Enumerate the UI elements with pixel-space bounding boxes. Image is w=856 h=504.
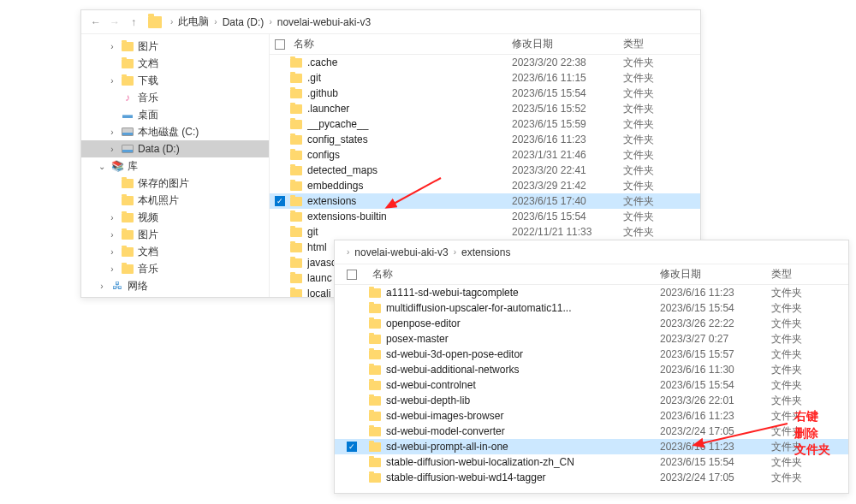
folder-icon bbox=[369, 427, 383, 436]
tree-item[interactable]: ›文档 bbox=[81, 243, 269, 260]
tree-item-label: 桌面 bbox=[138, 108, 158, 122]
file-row[interactable]: sd-webui-controlnet2023/6/15 15:54文件夹 bbox=[335, 377, 848, 393]
file-row[interactable]: sd-webui-3d-open-pose-editor2023/6/15 15… bbox=[335, 347, 848, 362]
folder-icon bbox=[369, 365, 383, 375]
chevron-icon[interactable]: › bbox=[97, 282, 107, 291]
file-date: 2023/6/15 15:54 bbox=[660, 379, 771, 391]
annotation-text: 右键 删除 文件夹 bbox=[794, 408, 830, 459]
file-name: extensions-builtin bbox=[307, 210, 512, 222]
folder-icon bbox=[369, 442, 383, 452]
tree-item[interactable]: ›本地磁盘 (C:) bbox=[81, 123, 269, 140]
folder-icon bbox=[369, 288, 383, 298]
file-row[interactable]: embeddings2023/3/29 21:42文件夹 bbox=[270, 178, 700, 193]
tree-item[interactable]: 文档 bbox=[81, 55, 269, 72]
file-row[interactable]: sd-webui-depth-lib2023/3/26 22:01文件夹 bbox=[335, 393, 848, 408]
file-row[interactable]: .git2023/6/16 11:15文件夹 bbox=[270, 70, 700, 86]
file-row[interactable]: .github2023/6/15 15:54文件夹 bbox=[270, 86, 700, 101]
chevron-icon[interactable]: › bbox=[107, 213, 117, 222]
nav-forward-button[interactable]: → bbox=[105, 13, 124, 32]
file-name: sd-webui-model-converter bbox=[386, 425, 660, 437]
nav-back-button[interactable]: ← bbox=[86, 13, 105, 32]
file-row[interactable]: extensions-builtin2023/6/15 15:54文件夹 bbox=[270, 209, 700, 224]
folder-icon bbox=[369, 350, 383, 359]
tree-item[interactable]: ›视频 bbox=[81, 209, 269, 226]
file-row[interactable]: configs2023/1/31 21:46文件夹 bbox=[270, 147, 700, 163]
file-name: stable-diffusion-webui-wd14-tagger bbox=[386, 471, 660, 483]
tree-item[interactable]: ›Data (D:) bbox=[81, 140, 269, 157]
folder-icon bbox=[369, 458, 383, 467]
row-checkbox[interactable]: ✓ bbox=[347, 442, 357, 452]
file-row[interactable]: .launcher2023/5/16 15:52文件夹 bbox=[270, 101, 700, 116]
column-header-name[interactable]: 名称 bbox=[369, 267, 660, 282]
file-row[interactable]: __pycache__2023/6/15 15:59文件夹 bbox=[270, 116, 700, 132]
breadcrumb-item[interactable]: novelai-webui-aki-v3 bbox=[276, 16, 372, 28]
row-checkbox[interactable]: ✓ bbox=[275, 196, 285, 206]
chevron-icon[interactable]: › bbox=[107, 247, 117, 257]
tree-item[interactable]: ⌄📚库 bbox=[81, 157, 269, 175]
file-row[interactable]: sd-webui-model-converter2023/2/24 17:05文… bbox=[335, 424, 848, 439]
file-type: 文件夹 bbox=[771, 347, 848, 362]
file-row[interactable]: detected_maps2023/3/20 22:41文件夹 bbox=[270, 163, 700, 178]
column-header-date[interactable]: 修改日期 bbox=[512, 37, 623, 51]
nav-up-button[interactable]: ↑ bbox=[124, 13, 143, 32]
tree-item-label: 图片 bbox=[138, 39, 158, 54]
tree-item[interactable]: ›图片 bbox=[81, 226, 269, 243]
tree-item[interactable]: ›图片 bbox=[81, 38, 269, 55]
file-row[interactable]: sd-webui-additional-networks2023/6/16 11… bbox=[335, 362, 848, 377]
tree-item[interactable]: ▬桌面 bbox=[81, 106, 269, 123]
file-name: __pycache__ bbox=[307, 118, 512, 130]
file-row[interactable]: stable-diffusion-webui-wd14-tagger2023/2… bbox=[335, 470, 848, 485]
file-row[interactable]: .cache2023/3/20 22:38文件夹 bbox=[270, 55, 700, 70]
breadcrumb-item[interactable]: 此电脑 bbox=[176, 15, 211, 29]
tree-item-label: 本地磁盘 (C:) bbox=[138, 125, 199, 139]
breadcrumb-item[interactable]: novelai-webui-aki-v3 bbox=[353, 246, 449, 258]
select-all-checkbox[interactable] bbox=[347, 270, 357, 280]
file-row[interactable]: config_states2023/6/16 11:23文件夹 bbox=[270, 132, 700, 147]
file-row[interactable]: a1111-sd-webui-tagcomplete2023/6/16 11:2… bbox=[335, 285, 848, 300]
file-row[interactable]: multidiffusion-upscaler-for-automatic11.… bbox=[335, 300, 848, 316]
file-row[interactable]: stable-diffusion-webui-localization-zh_C… bbox=[335, 454, 848, 470]
file-type: 文件夹 bbox=[623, 179, 700, 193]
file-row[interactable]: ✓sd-webui-prompt-all-in-one2023/6/16 11:… bbox=[335, 439, 848, 454]
file-name: sd-webui-depth-lib bbox=[386, 394, 660, 406]
column-header-type[interactable]: 类型 bbox=[771, 267, 848, 282]
tree-item[interactable]: ♪音乐 bbox=[81, 89, 269, 106]
column-header-type[interactable]: 类型 bbox=[623, 37, 700, 51]
select-all-checkbox[interactable] bbox=[275, 39, 285, 50]
folder-icon bbox=[290, 89, 304, 98]
tree-item[interactable]: 保存的图片 bbox=[81, 175, 269, 192]
file-name: openpose-editor bbox=[386, 317, 660, 329]
chevron-icon[interactable]: › bbox=[107, 127, 117, 137]
column-headers: 名称 修改日期 类型 bbox=[270, 34, 700, 55]
chevron-right-icon: › bbox=[167, 17, 176, 27]
file-row[interactable]: ✓extensions2023/6/15 17:40文件夹 bbox=[270, 193, 700, 209]
tree-item-label: 音乐 bbox=[138, 262, 158, 276]
file-name: git bbox=[307, 226, 512, 238]
chevron-icon[interactable]: › bbox=[107, 42, 117, 51]
file-row[interactable]: sd-webui-images-browser2023/6/16 11:23文件… bbox=[335, 408, 848, 424]
column-header-name[interactable]: 名称 bbox=[290, 37, 512, 51]
tree-item[interactable]: 本机照片 bbox=[81, 192, 269, 209]
file-row[interactable]: openpose-editor2023/3/26 22:22文件夹 bbox=[335, 316, 848, 331]
tree-item[interactable]: ›音乐 bbox=[81, 260, 269, 277]
chevron-icon[interactable]: › bbox=[107, 76, 117, 86]
breadcrumb-item[interactable]: extensions bbox=[460, 246, 512, 258]
file-row[interactable]: posex-master2023/3/27 0:27文件夹 bbox=[335, 331, 848, 347]
column-header-date[interactable]: 修改日期 bbox=[660, 267, 771, 282]
folder-icon bbox=[148, 16, 162, 28]
tree-item[interactable]: ›🖧网络 bbox=[81, 277, 269, 294]
chevron-icon[interactable]: › bbox=[107, 230, 117, 240]
chevron-icon[interactable]: ⌄ bbox=[97, 162, 107, 171]
chevron-icon[interactable]: › bbox=[107, 145, 117, 154]
chevron-icon[interactable]: › bbox=[107, 264, 117, 274]
file-name: .launcher bbox=[307, 103, 512, 115]
breadcrumb-item[interactable]: Data (D:) bbox=[221, 16, 266, 28]
item-icon bbox=[121, 194, 134, 206]
file-name: .cache bbox=[307, 56, 512, 68]
file-name: sd-webui-prompt-all-in-one bbox=[386, 441, 660, 453]
tree-item[interactable]: ›下载 bbox=[81, 72, 269, 89]
file-row[interactable]: git2022/11/21 11:33文件夹 bbox=[270, 224, 700, 240]
sidebar-tree: ›图片文档›下载♪音乐▬桌面›本地磁盘 (C:)›Data (D:)⌄📚库保存的… bbox=[81, 34, 270, 297]
item-icon bbox=[121, 263, 134, 275]
folder-icon bbox=[369, 412, 383, 421]
